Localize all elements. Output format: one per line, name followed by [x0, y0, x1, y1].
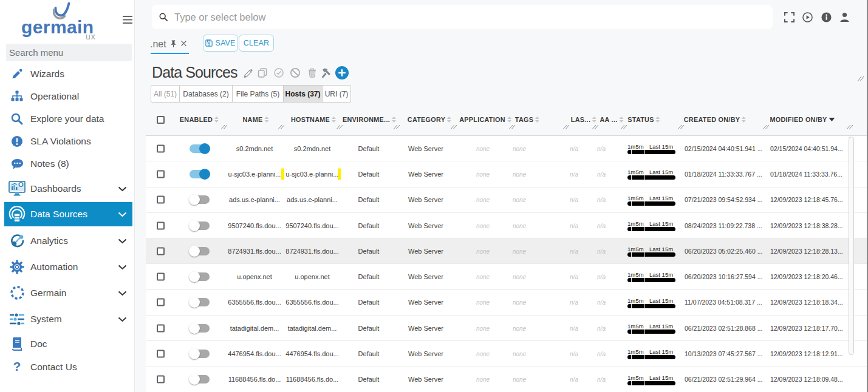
svg-text:?: ? [13, 360, 21, 373]
